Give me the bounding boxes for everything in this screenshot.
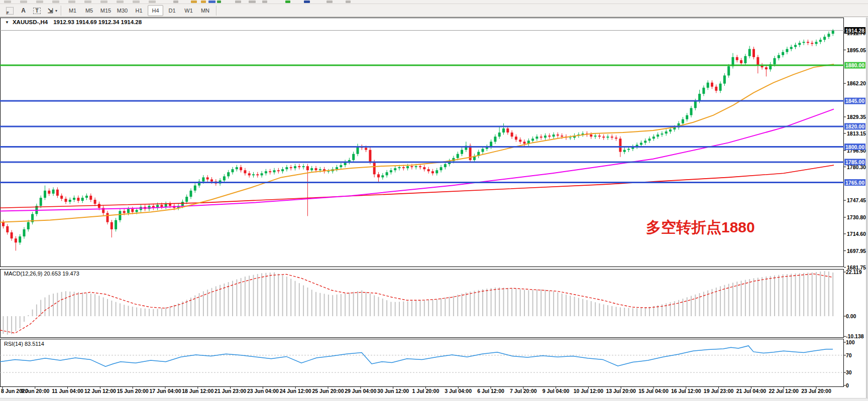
time-axis-label: 22 Jul 12:00 (769, 388, 799, 394)
time-axis-label: 15 Jun 20:00 (117, 388, 149, 394)
time-axis-label: 29 Jun 04:00 (345, 388, 376, 394)
bottom-edge-strip (0, 398, 868, 401)
clipped-icon-fragment (346, 1, 351, 3)
rsi-indicator-label: RSI(14) 83.5114 (4, 341, 44, 347)
price-badge-label: 1914.28 (845, 28, 864, 34)
clipped-icon-fragment (4, 1, 11, 3)
chart-ohlc-values: 1912.93 1914.69 1912.34 1914.28 (53, 19, 142, 25)
toolbar-separator (216, 6, 217, 16)
clipped-icon-fragment (249, 1, 256, 3)
rsi-tick-label: 70 (846, 352, 852, 358)
text-tool-icon[interactable]: T (30, 5, 44, 16)
grid-f-icon[interactable]: F (3, 5, 17, 16)
time-axis-label: 7 Jul 20:00 (510, 388, 537, 394)
chart-menu-caret-icon[interactable]: ▼ (5, 20, 9, 25)
macd-indicator-label: MACD(12,26,9) 20.653 19.473 (4, 271, 79, 277)
timeframe-button-MN[interactable]: MN (197, 5, 213, 16)
timeframe-button-M30[interactable]: M30 (115, 5, 130, 16)
timeframe-group: M1M5M15M30H1H4D1W1MN (64, 5, 213, 16)
clipped-icon-fragment (117, 1, 124, 3)
clipped-icon-fragment (201, 1, 206, 3)
chart-symbol-period: XAUUSD-,H4 (13, 19, 48, 25)
chart-annotation-text[interactable]: 多空转折点1880 (646, 219, 755, 235)
text-label-icon[interactable]: A (17, 5, 30, 16)
timeframe-button-H1[interactable]: H1 (131, 5, 147, 16)
timeframe-button-M15[interactable]: M15 (98, 5, 114, 16)
price-badge-label: 1820.00 (845, 123, 864, 129)
time-axis-label: 19 Jul 23:00 (704, 388, 734, 394)
price-tick-label: 1829.35 (847, 114, 866, 120)
price-tick-label: 1730.80 (847, 214, 866, 220)
time-axis-label: 11 Jun 04:00 (52, 388, 83, 394)
clipped-icon-fragment (327, 1, 333, 3)
time-axis-label: 9 Jul 04:00 (542, 388, 570, 394)
price-badge-label: 1800.00 (845, 144, 864, 150)
chart-canvas[interactable]: 1911.701895.051862.201829.351813.151796.… (0, 18, 868, 401)
clipped-toolbar-row (0, 0, 868, 4)
time-axis-label: 9 Jun 20:00 (21, 388, 49, 394)
macd-panel[interactable] (1, 270, 844, 338)
time-axis-label: 3 Jul 04:00 (445, 388, 472, 394)
macd-tick-label: 22.119 (846, 269, 862, 275)
right-edge-strip (866, 18, 868, 401)
price-badge-label: 1785.00 (845, 159, 864, 165)
time-axis-label: 15 Jul 04:00 (638, 388, 669, 394)
grid-f-icon-letter: F (7, 11, 9, 15)
time-axis-label: 21 Jun 23:00 (214, 388, 246, 394)
price-tick-label: 1714.60 (847, 231, 866, 237)
timeframe-button-D1[interactable]: D1 (164, 5, 180, 16)
time-axis-label: 1 Jul 20:00 (412, 388, 440, 394)
price-tick-label: 1747.45 (847, 197, 866, 203)
clipped-icon-fragment (100, 1, 107, 3)
time-axis-label: 18 Jun 12:00 (182, 388, 213, 394)
toolbar-row: F A T ⇲ ▾ M1M5M15M30H1H4D1W1MN (0, 4, 220, 17)
clipped-icon-fragment (173, 1, 178, 3)
time-axis: 8 Jun 20209 Jun 20:0011 Jun 04:0012 Jun … (1, 387, 831, 394)
clipped-icon-fragment (208, 1, 215, 3)
clipped-icon-fragment (133, 1, 140, 3)
timeframe-button-W1[interactable]: W1 (181, 5, 196, 16)
time-axis-label: 23 Jun 04:00 (247, 388, 279, 394)
price-tick-label: 1697.95 (847, 248, 866, 254)
rsi-panel[interactable] (1, 339, 844, 387)
time-axis-label: 10 Jul 12:00 (574, 388, 604, 394)
clipped-icon-fragment (36, 1, 43, 3)
toolbar: F A T ⇲ ▾ M1M5M15M30H1H4D1W1MN (0, 0, 868, 17)
time-axis-label: 23 Jul 20:00 (801, 388, 831, 394)
price-axis: 1911.701895.051862.201829.351813.151796.… (844, 27, 866, 271)
text-tool-icon-letter: T (33, 8, 40, 14)
time-axis-label: 6 Jul 12:00 (477, 388, 504, 394)
rsi-tick-label: 0 (846, 382, 849, 388)
clipped-icon-fragment (149, 1, 156, 3)
timeframe-button-M1[interactable]: M1 (65, 5, 80, 16)
price-tick-label: 1862.20 (847, 80, 866, 86)
toolbar-separator (61, 6, 62, 16)
price-tick-label: 1813.15 (847, 130, 866, 137)
time-axis-label: 12 Jun 12:00 (84, 388, 116, 394)
clipped-icon-fragment (285, 1, 290, 3)
time-axis-label: 25 Jun 20:00 (312, 388, 344, 394)
time-axis-label: 16 Jul 12:00 (671, 388, 701, 394)
grid-f-icon-box: F (6, 7, 14, 15)
time-axis-label: 24 Jun 12:00 (280, 388, 311, 394)
arrows-icon-glyph: ⇲ (48, 7, 53, 15)
rsi-tick-label: 100 (846, 339, 855, 345)
price-badge-label: 1880.00 (845, 62, 864, 68)
clipped-icon-fragment (52, 1, 59, 3)
clipped-icon-fragment (84, 1, 91, 3)
clipped-icon-fragment (68, 1, 75, 3)
clipped-icon-fragment (262, 1, 267, 3)
time-axis-label: 13 Jul 20:00 (606, 388, 636, 394)
timeframe-button-H4[interactable]: H4 (148, 5, 163, 16)
clipped-icon-fragment (20, 1, 27, 3)
arrows-dropdown-caret[interactable]: ▾ (55, 9, 57, 13)
macd-tick-label: 0.00 (846, 313, 856, 319)
chart-title: ▼ XAUUSD-,H4 1912.93 1914.69 1912.34 191… (5, 19, 142, 25)
time-axis-label: 17 Jun 04:00 (149, 388, 181, 394)
price-badge-label: 1845.00 (845, 98, 864, 104)
clipped-icon-fragment (304, 1, 310, 3)
time-axis-label: 21 Jul 04:00 (736, 388, 767, 394)
timeframe-button-M5[interactable]: M5 (81, 5, 97, 16)
text-label-icon-letter: A (21, 7, 26, 14)
clipped-icon-fragment (217, 1, 221, 3)
